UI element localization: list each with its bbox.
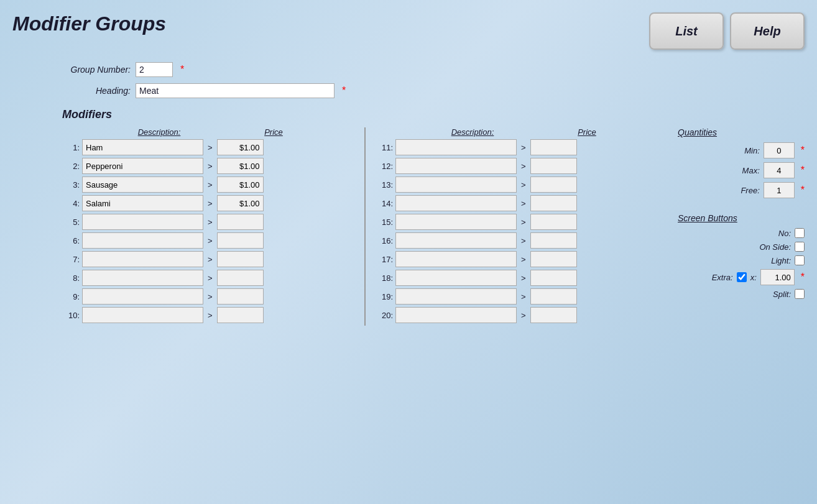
modifier-price-left-4[interactable] xyxy=(217,195,264,211)
modifier-row-right-17: 17: > xyxy=(376,251,668,267)
light-label: Light: xyxy=(754,256,791,265)
extra-x-label: x: xyxy=(750,273,757,282)
arrow-left-8: > xyxy=(208,273,213,283)
max-input[interactable] xyxy=(764,162,795,178)
modifier-desc-right-15[interactable] xyxy=(395,214,517,230)
modifier-desc-left-2[interactable] xyxy=(82,158,203,174)
group-number-input[interactable] xyxy=(136,62,173,77)
modifier-desc-right-18[interactable] xyxy=(395,270,517,286)
modifier-desc-right-17[interactable] xyxy=(395,251,517,267)
arrow-left-2: > xyxy=(208,162,213,171)
modifier-desc-right-16[interactable] xyxy=(395,232,517,249)
modifier-price-right-14[interactable] xyxy=(530,195,577,211)
min-input[interactable] xyxy=(764,142,795,158)
modifier-row-right-11: 11: > xyxy=(376,139,668,155)
arrow-right-17: > xyxy=(521,255,526,264)
modifier-price-right-15[interactable] xyxy=(530,214,577,230)
modifier-num-left-7: 7: xyxy=(62,255,80,264)
arrow-left-6: > xyxy=(208,236,213,245)
modifier-num-right-19: 19: xyxy=(376,292,393,301)
modifier-desc-left-10[interactable] xyxy=(82,307,203,323)
modifier-price-left-5[interactable] xyxy=(217,214,264,230)
extra-checkbox[interactable] xyxy=(737,272,747,282)
modifier-desc-right-19[interactable] xyxy=(395,288,517,305)
modifier-price-right-18[interactable] xyxy=(530,270,577,286)
modifier-price-left-10[interactable] xyxy=(217,307,264,323)
heading-input[interactable] xyxy=(136,83,335,98)
modifier-desc-left-4[interactable] xyxy=(82,195,203,211)
modifier-desc-right-14[interactable] xyxy=(395,195,517,211)
modifier-price-right-11[interactable] xyxy=(530,139,577,155)
modifier-num-left-3: 3: xyxy=(62,180,80,190)
modifier-num-left-8: 8: xyxy=(62,273,80,283)
light-checkbox[interactable] xyxy=(795,255,805,265)
modifiers-title: Modifiers xyxy=(62,108,805,121)
free-input[interactable] xyxy=(764,182,795,198)
arrow-left-5: > xyxy=(208,218,213,227)
modifier-desc-left-7[interactable] xyxy=(82,251,203,267)
arrow-left-1: > xyxy=(208,143,213,152)
modifier-desc-left-3[interactable] xyxy=(82,176,203,193)
modifier-price-left-2[interactable] xyxy=(217,158,264,174)
modifier-price-right-12[interactable] xyxy=(530,158,577,174)
arrow-left-7: > xyxy=(208,255,213,264)
modifier-price-right-19[interactable] xyxy=(530,288,577,305)
group-number-required: * xyxy=(180,64,184,75)
col-header-price-right: Price xyxy=(562,127,612,137)
modifier-price-right-16[interactable] xyxy=(530,232,577,249)
modifier-desc-right-13[interactable] xyxy=(395,176,517,193)
modifier-num-right-12: 12: xyxy=(376,162,393,171)
modifier-desc-right-20[interactable] xyxy=(395,307,517,323)
modifier-row-right-15: 15: > xyxy=(376,214,668,230)
modifier-desc-left-1[interactable] xyxy=(82,139,203,155)
modifier-row-left-7: 7: > xyxy=(62,251,354,267)
arrow-left-9: > xyxy=(208,292,213,301)
split-checkbox[interactable] xyxy=(795,289,805,299)
modifier-price-left-9[interactable] xyxy=(217,288,264,305)
heading-label: Heading: xyxy=(62,86,131,96)
modifier-num-left-10: 10: xyxy=(62,311,80,320)
vertical-divider xyxy=(364,127,366,326)
modifier-price-left-7[interactable] xyxy=(217,251,264,267)
modifier-row-left-8: 8: > xyxy=(62,270,354,286)
modifier-desc-left-5[interactable] xyxy=(82,214,203,230)
modifier-price-left-6[interactable] xyxy=(217,232,264,249)
modifier-num-left-1: 1: xyxy=(62,143,80,152)
modifier-desc-left-8[interactable] xyxy=(82,270,203,286)
modifier-row-left-2: 2: > xyxy=(62,158,354,174)
list-button[interactable]: List xyxy=(649,12,724,50)
modifier-desc-right-11[interactable] xyxy=(395,139,517,155)
modifier-desc-left-9[interactable] xyxy=(82,288,203,305)
help-button[interactable]: Help xyxy=(730,12,805,50)
min-required: * xyxy=(801,145,805,156)
split-label: Split: xyxy=(754,290,791,299)
arrow-right-19: > xyxy=(521,292,526,301)
heading-required: * xyxy=(342,85,346,96)
modifier-desc-left-6[interactable] xyxy=(82,232,203,249)
modifier-desc-right-12[interactable] xyxy=(395,158,517,174)
modifier-price-left-3[interactable] xyxy=(217,176,264,193)
min-label: Min: xyxy=(729,146,760,155)
extra-value-input[interactable] xyxy=(760,269,795,285)
arrow-right-18: > xyxy=(521,273,526,283)
modifier-row-left-4: 4: > xyxy=(62,195,354,211)
modifier-num-left-2: 2: xyxy=(62,162,80,171)
arrow-left-3: > xyxy=(208,180,213,190)
modifier-row-right-18: 18: > xyxy=(376,270,668,286)
modifier-price-right-17[interactable] xyxy=(530,251,577,267)
modifier-num-left-5: 5: xyxy=(62,218,80,227)
modifier-row-right-20: 20: > xyxy=(376,307,668,323)
modifier-price-left-1[interactable] xyxy=(217,139,264,155)
arrow-right-20: > xyxy=(521,311,526,320)
modifier-row-right-19: 19: > xyxy=(376,288,668,305)
modifier-price-left-8[interactable] xyxy=(217,270,264,286)
modifier-num-right-11: 11: xyxy=(376,143,393,152)
on-side-checkbox[interactable] xyxy=(795,242,805,252)
modifier-price-right-13[interactable] xyxy=(530,176,577,193)
free-required: * xyxy=(801,185,805,196)
modifier-num-right-15: 15: xyxy=(376,218,393,227)
group-number-label: Group Number: xyxy=(62,65,131,75)
modifier-price-right-20[interactable] xyxy=(530,307,577,323)
no-checkbox[interactable] xyxy=(795,228,805,238)
modifier-num-right-17: 17: xyxy=(376,255,393,264)
